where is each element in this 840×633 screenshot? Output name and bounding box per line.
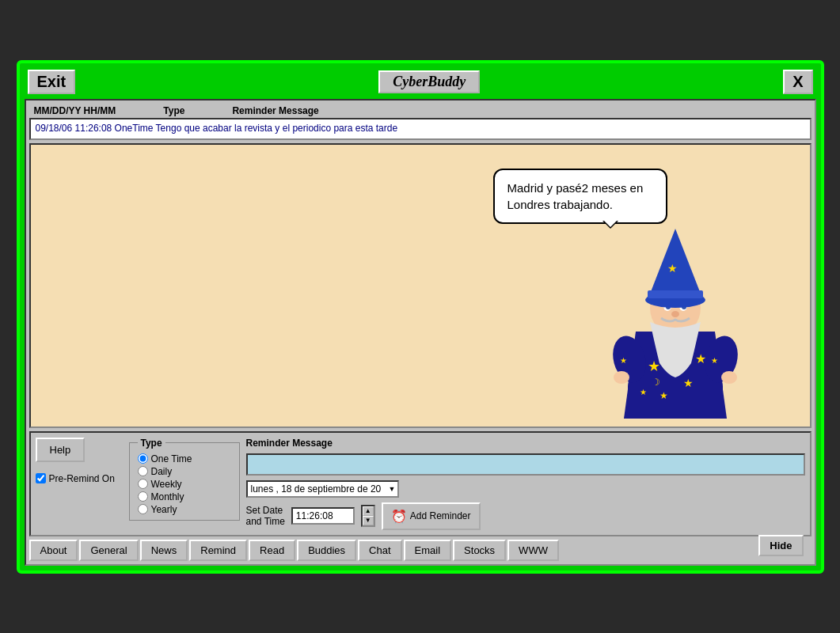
- reminder-msg-input[interactable]: [246, 453, 805, 476]
- reminder-entry: 09/18/06 11:26:08 OneTime Tengo que acab…: [36, 123, 398, 134]
- label-weekly: Weekly: [151, 479, 182, 490]
- time-spinner: ▲ ▼: [361, 505, 375, 526]
- label-yearly: Yearly: [151, 504, 177, 515]
- chat-area: Madrid y pasé2 meses en Londres trabajan…: [29, 143, 811, 428]
- reminder-list: 09/18/06 11:26:08 OneTime Tengo que acab…: [29, 118, 811, 140]
- pre-remind-checkbox[interactable]: [36, 473, 46, 483]
- nav-buddies[interactable]: Buddies: [297, 540, 356, 561]
- label-monthly: Monthly: [151, 491, 184, 502]
- time-up-button[interactable]: ▲: [363, 506, 374, 516]
- add-reminder-button[interactable]: ⏰ Add Reminder: [382, 502, 481, 530]
- nav-remind[interactable]: Remind: [189, 540, 247, 561]
- nav-email[interactable]: Email: [404, 540, 452, 561]
- bottom-panel: Help Pre-Remind On Type One Time Daily: [29, 431, 811, 536]
- svg-text:★: ★: [620, 356, 627, 365]
- svg-text:☽: ☽: [652, 377, 660, 388]
- help-button[interactable]: Help: [36, 438, 86, 462]
- svg-point-13: [614, 371, 629, 384]
- time-row: Set Dateand Time ▲ ▼ ⏰ Add Reminder: [246, 502, 805, 530]
- bottom-bar: About General News Remind Read Buddies C…: [29, 540, 811, 561]
- svg-point-23: [671, 311, 679, 317]
- date-select[interactable]: lunes , 18 de septiembre de 20: [246, 480, 399, 498]
- pre-remind-label: Pre-Remind On: [49, 473, 115, 484]
- col-datetime: MM/DD/YY HH/MM: [34, 105, 116, 116]
- radio-daily[interactable]: [138, 466, 148, 476]
- type-legend: Type: [138, 438, 165, 449]
- nav-stocks[interactable]: Stocks: [453, 540, 506, 561]
- time-input[interactable]: [291, 507, 355, 525]
- svg-text:★: ★: [640, 388, 647, 396]
- label-onetime: One Time: [151, 453, 192, 464]
- title-bar: Exit CyberBuddy X: [25, 68, 816, 96]
- nav-general[interactable]: General: [79, 540, 138, 561]
- svg-text:★: ★: [667, 262, 678, 275]
- wizard-character: ★ ★ ★ ★ ★ ☽ ☽ ★ ★: [604, 205, 747, 426]
- reminder-msg-label: Reminder Message: [246, 438, 805, 449]
- reminder-header: MM/DD/YY HH/MM Type Reminder Message: [29, 104, 811, 118]
- close-button[interactable]: X: [783, 70, 812, 94]
- clock-icon: ⏰: [391, 509, 407, 524]
- type-option-monthly: Monthly: [138, 491, 231, 502]
- set-date-label: Set Dateand Time: [246, 505, 285, 527]
- app-title: CyberBuddy: [378, 70, 480, 93]
- nav-about[interactable]: About: [29, 540, 78, 561]
- left-controls: Help Pre-Remind On: [36, 438, 123, 484]
- time-down-button[interactable]: ▼: [363, 516, 374, 525]
- type-option-weekly: Weekly: [138, 479, 231, 490]
- radio-yearly[interactable]: [138, 504, 148, 514]
- col-type: Type: [163, 105, 184, 116]
- col-message: Reminder Message: [232, 105, 318, 116]
- svg-rect-27: [648, 290, 703, 298]
- hide-button[interactable]: Hide: [758, 535, 803, 556]
- nav-www[interactable]: WWW: [507, 540, 559, 561]
- type-option-onetime: One Time: [138, 453, 231, 464]
- reminder-input-area: Reminder Message lunes , 18 de septiembr…: [246, 438, 805, 530]
- svg-point-14: [721, 371, 737, 384]
- date-dropdown-wrap: lunes , 18 de septiembre de 20: [246, 480, 399, 498]
- radio-onetime[interactable]: [138, 453, 148, 464]
- inner-panel: MM/DD/YY HH/MM Type Reminder Message 09/…: [25, 99, 816, 566]
- type-option-yearly: Yearly: [138, 504, 231, 515]
- svg-text:★: ★: [711, 356, 718, 365]
- svg-text:★: ★: [648, 358, 660, 374]
- nav-chat[interactable]: Chat: [358, 540, 401, 561]
- radio-monthly[interactable]: [138, 491, 148, 502]
- nav-read[interactable]: Read: [249, 540, 295, 561]
- type-group: Type One Time Daily Weekly Monthly: [129, 438, 240, 521]
- svg-text:★: ★: [659, 390, 668, 401]
- main-window: Exit CyberBuddy X MM/DD/YY HH/MM Type Re…: [17, 60, 824, 574]
- svg-text:★: ★: [683, 377, 694, 389]
- exit-button[interactable]: Exit: [28, 70, 76, 94]
- svg-text:★: ★: [695, 352, 706, 366]
- radio-weekly[interactable]: [138, 479, 148, 489]
- nav-bar: About General News Remind Read Buddies C…: [29, 540, 559, 561]
- date-row: lunes , 18 de septiembre de 20: [246, 480, 805, 498]
- add-reminder-label: Add Reminder: [410, 510, 471, 521]
- label-daily: Daily: [151, 466, 173, 477]
- type-option-daily: Daily: [138, 466, 231, 477]
- nav-news[interactable]: News: [140, 540, 188, 561]
- pre-remind-row: Pre-Remind On: [36, 473, 115, 484]
